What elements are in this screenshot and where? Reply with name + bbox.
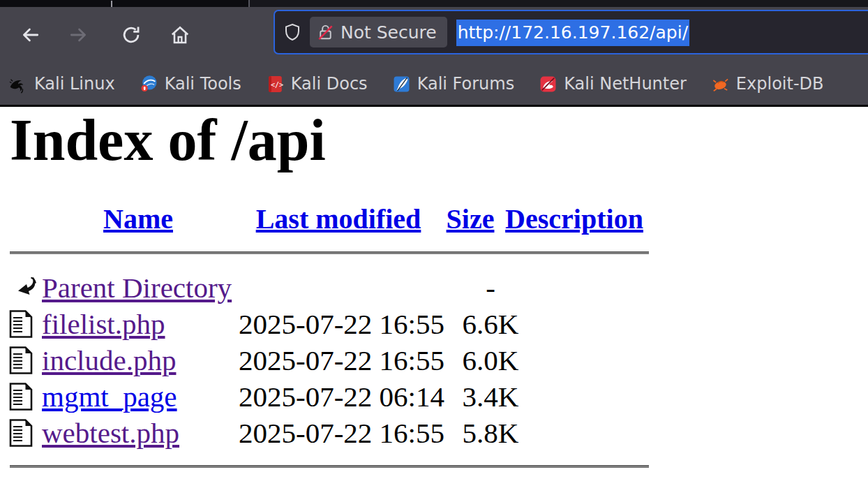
browser-chrome: Not Secure http://172.16.197.162/api/ Ka… [0,7,868,105]
page-title: Index of /api [10,107,326,175]
kali-tools-icon [140,75,158,94]
reload-button[interactable] [119,22,144,47]
bookmarks-toolbar: Kali Linux Kali Tools </> Kali Docs Kali… [0,63,868,105]
back-arrow-icon [20,24,40,45]
file-link[interactable]: Parent Directory [42,272,232,304]
listing-row: include.php 2025-07-22 16:55 6.0K [0,342,868,378]
reload-icon [121,24,142,45]
browser-window: { "toolbar": { "url": "http://172.16.197… [0,0,868,493]
horizontal-rule-top [10,251,649,254]
sort-by-name-link[interactable]: Name [103,203,173,236]
back-button[interactable] [17,22,43,47]
text-file-icon [9,383,33,411]
forward-arrow-icon [68,24,89,45]
listing-row: Parent Directory - [0,270,868,306]
sort-by-modified-link[interactable]: Last modified [256,203,421,236]
url-selected-text: http://172.16.197.162/api/ [456,20,689,46]
size-value: - [450,270,531,306]
last-modified-value: 2025-07-22 16:55 [239,306,444,342]
bookmark-kali-linux[interactable]: Kali Linux [9,74,115,94]
file-link[interactable]: mgmt_page [42,381,177,413]
bookmark-label: Kali Forums [417,74,515,94]
bookmark-label: Exploit-DB [736,74,824,94]
security-label: Not Secure [341,24,437,41]
navigation-toolbar: Not Secure http://172.16.197.162/api/ [0,7,868,63]
bookmark-label: Kali NetHunter [564,74,687,94]
home-button[interactable] [167,22,193,47]
bookmark-kali-forums[interactable]: Kali Forums [392,74,515,94]
text-file-icon [9,419,33,448]
listing-row: webtest.php 2025-07-22 16:55 5.8K [0,415,868,451]
size-value: 6.6K [450,306,531,342]
bookmark-kali-nethunter[interactable]: Kali NetHunter [539,74,687,94]
listing-header-row: Name Last modified Size Description [0,203,868,236]
window-top-strip [0,0,868,7]
tracking-protection-shield-icon[interactable] [283,22,302,42]
file-link[interactable]: include.php [42,344,176,376]
bookmark-label: Kali Linux [34,74,115,94]
bookmark-label: Kali Docs [291,74,368,94]
url-bar[interactable]: Not Secure http://172.16.197.162/api/ [274,10,868,54]
web-page-content: Index of /api Name Last modified Size De… [0,107,868,493]
insecure-lock-icon [316,23,335,42]
text-file-icon [9,346,33,375]
site-security-chip[interactable]: Not Secure [310,17,447,47]
text-file-icon [9,310,33,339]
exploit-db-icon [711,75,730,94]
kali-docs-icon: </> [266,75,285,94]
tab-strip-tick [111,1,112,7]
bookmark-kali-tools[interactable]: Kali Tools [140,74,241,94]
kali-forums-icon [392,75,411,94]
last-modified-value: 2025-07-22 06:14 [239,378,444,415]
parent-dir-icon [9,276,37,300]
last-modified-value: 2025-07-22 16:55 [239,415,444,451]
size-value: 5.8K [450,415,531,451]
url-input[interactable]: http://172.16.197.162/api/ [456,22,689,43]
size-value: 3.4K [450,378,531,415]
sort-by-size-link[interactable]: Size [447,203,495,236]
forward-button[interactable] [66,22,91,47]
size-value: 6.0K [450,342,531,378]
bookmark-kali-docs[interactable]: </> Kali Docs [266,74,368,94]
listing-row: mgmt_page 2025-07-22 06:14 3.4K [0,378,868,415]
bookmark-label: Kali Tools [165,74,241,94]
file-link[interactable]: filelist.php [42,308,165,340]
bookmark-exploit-db[interactable]: Exploit-DB [711,74,824,94]
tab-strip-segment [250,0,868,7]
kali-linux-icon [9,75,28,94]
svg-text:</>: </> [271,80,283,88]
tab-strip-seam [248,0,250,7]
directory-listing: Parent Directory - filelist.php 2025-07-… [0,270,868,451]
sort-by-description-link[interactable]: Description [505,203,643,236]
listing-row: filelist.php 2025-07-22 16:55 6.6K [0,306,868,342]
kali-nethunter-icon [539,75,558,94]
home-icon [170,24,190,45]
horizontal-rule-bottom [10,465,649,468]
last-modified-value: 2025-07-22 16:55 [239,342,444,378]
file-link[interactable]: webtest.php [42,417,179,449]
